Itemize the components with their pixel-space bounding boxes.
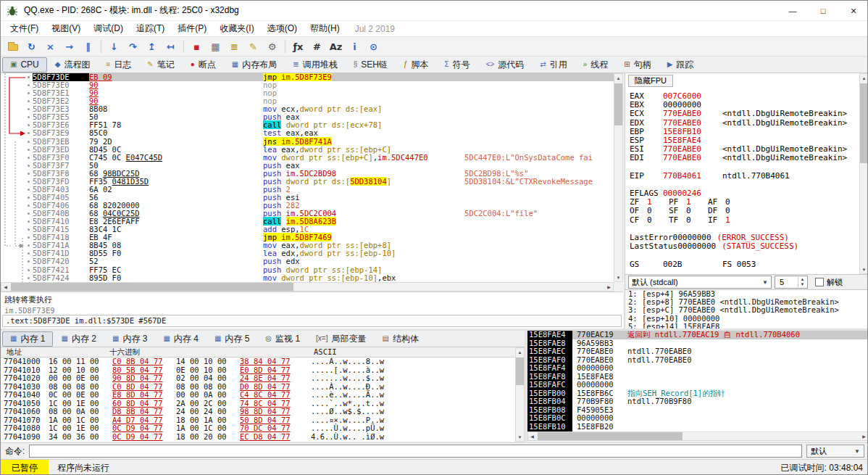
- scroll-up-arrow-icon[interactable]: ▲: [860, 74, 868, 82]
- dump-row[interactable]: 7704106008 00 0A 00D8 8B 04 7724 00 24 0…: [1, 408, 515, 416]
- scrollbar-track[interactable]: [614, 82, 622, 273]
- minimize-button[interactable]: —: [777, 1, 808, 21]
- menu-item-0[interactable]: 文件(F): [4, 21, 45, 36]
- scrollbar-thumb[interactable]: [538, 432, 683, 440]
- close-button[interactable]: ×: [838, 1, 868, 21]
- register-row[interactable]: EFLAGS00000246: [630, 189, 859, 198]
- menu-item-3[interactable]: 追踪(T): [130, 21, 171, 36]
- argument-row[interactable]: 3: [esp+C] 770EABE0 <ntdll.DbgUiRemoteBr…: [625, 306, 868, 314]
- search-button[interactable]: ⊙: [364, 38, 383, 55]
- dump-row[interactable]: 770410400C 00 0E 00E8 8D 04 7700 00 0A 0…: [1, 391, 515, 400]
- dump-row[interactable]: 7704100016 00 11 00C0 8B 04 7714 00 10 0…: [1, 358, 515, 366]
- stack-panel[interactable]: 15E8FAE4770EAC19返回到 ntdll.770EAC19 自 ntd…: [527, 331, 868, 431]
- memory-map-button[interactable]: ▦: [206, 38, 225, 55]
- scrollbar-track[interactable]: [9, 283, 605, 291]
- unlock-checkbox[interactable]: [815, 278, 824, 286]
- bottom-tab-dump-1[interactable]: ▦内存 1: [2, 331, 53, 347]
- scroll-down-arrow-icon[interactable]: ▼: [516, 433, 524, 441]
- register-row[interactable]: CF0TF0IF1: [630, 216, 859, 225]
- tab-breakpoints[interactable]: ●断点: [183, 57, 224, 73]
- tab-references[interactable]: ⇄引用: [532, 57, 575, 73]
- fx-button[interactable]: ƒx: [289, 38, 307, 55]
- scrollbar-thumb[interactable]: [614, 83, 622, 125]
- disassembly-horizontal-scrollbar[interactable]: ◀ ▶: [1, 282, 614, 292]
- register-row[interactable]: GS002BFS 0053: [630, 260, 859, 269]
- stack-row[interactable]: 15E8FAEC770EABE0ntdll.770EABE0: [527, 347, 868, 356]
- registers-panel[interactable]: 隐藏FPU EAX007C6000EBX00000000ECX770EABE0<…: [625, 73, 859, 274]
- pause-button[interactable]: ‖: [79, 38, 97, 55]
- execute-till-return-button[interactable]: ↥: [143, 38, 161, 55]
- maximize-button[interactable]: □: [808, 1, 838, 21]
- bottom-tab-locals[interactable]: [x=]局部变量: [308, 331, 374, 347]
- register-row[interactable]: OF0SF0DF0: [630, 207, 859, 215]
- tab-handles[interactable]: ⊞句柄: [616, 57, 659, 73]
- bottom-tab-dump-4[interactable]: ▦内存 4: [155, 331, 206, 347]
- calling-convention-select[interactable]: 默认 (stdcall) ▼: [628, 276, 772, 289]
- menu-item-6[interactable]: 选项(O): [261, 21, 304, 36]
- menu-item-1[interactable]: 视图(V): [45, 21, 87, 36]
- bottom-tab-dump-3[interactable]: ▦内存 3: [104, 331, 155, 347]
- tab-seh-chain[interactable]: §SEH链: [346, 57, 396, 73]
- breakpoints-button[interactable]: ▪: [188, 38, 206, 55]
- disassembly-vertical-scrollbar[interactable]: ▲ ▼: [614, 73, 623, 282]
- scrollbar-thumb[interactable]: [11, 283, 293, 291]
- stack-row[interactable]: 15E8FAE4770EAC19返回到 ntdll.770EAC19 自 ntd…: [527, 331, 868, 339]
- command-profile-select[interactable]: 默认 ▼: [806, 445, 864, 458]
- dump-vertical-scrollbar[interactable]: ▲ ▼: [515, 347, 525, 442]
- dump-row[interactable]: 7704102000 00 0E 0090 8D 04 7702 00 04 0…: [1, 374, 515, 383]
- command-input[interactable]: [29, 445, 802, 458]
- scroll-up-arrow-icon[interactable]: ▲: [614, 74, 622, 82]
- settings-button[interactable]: ⚙: [263, 38, 281, 55]
- step-out-button[interactable]: ↤: [162, 38, 180, 55]
- step-over-button[interactable]: ↷: [124, 38, 142, 55]
- stack-horizontal-scrollbar[interactable]: ◀ ▶: [527, 431, 868, 441]
- bottom-tab-watch-1[interactable]: ◎监视 1: [257, 331, 308, 347]
- memory-dump-panel[interactable]: 地址 十六进制 ASCII 7704100016 00 11 00C0 8B 0…: [1, 347, 515, 442]
- stack-row[interactable]: 15E8FB1015E8FB20: [527, 423, 868, 431]
- bottom-tab-struct[interactable]: ▤结构体: [375, 331, 427, 347]
- tab-log[interactable]: ≡日志: [99, 57, 140, 73]
- help-button[interactable]: i: [346, 38, 364, 55]
- step-into-button[interactable]: ↓: [105, 38, 123, 55]
- scroll-right-arrow-icon[interactable]: ▶: [605, 283, 613, 291]
- open-file-button[interactable]: [4, 38, 22, 55]
- tab-memory-map[interactable]: ▦内存布局: [224, 57, 285, 73]
- hide-fpu-button[interactable]: 隐藏FPU: [628, 75, 673, 87]
- scrollbar-track[interactable]: [516, 356, 524, 433]
- register-row[interactable]: LastStatus00000000(STATUS_SUCCESS): [630, 242, 859, 251]
- scrollbar-thumb[interactable]: [516, 358, 524, 385]
- register-row[interactable]: ZF1PF1AF0: [630, 198, 859, 207]
- bottom-tab-dump-5[interactable]: ▦内存 5: [206, 331, 257, 347]
- scrollbar-track[interactable]: [536, 432, 860, 440]
- scrollbar-track[interactable]: [860, 82, 868, 265]
- tab-source[interactable]: <>源代码: [478, 57, 533, 73]
- scroll-up-arrow-icon[interactable]: ▲: [516, 348, 524, 356]
- menu-item-2[interactable]: 调试(D): [87, 21, 130, 36]
- font-button[interactable]: Az: [327, 38, 345, 55]
- disassembly-panel[interactable]: 5D8F73DEEB 09jmp im.5D8F73E95D8F73E090no…: [1, 73, 614, 282]
- scrollbar-thumb[interactable]: [860, 83, 868, 163]
- argument-count-stepper[interactable]: 5 ▲▼: [775, 276, 808, 289]
- run-button[interactable]: →: [60, 38, 78, 55]
- scroll-down-arrow-icon[interactable]: ▼: [860, 265, 868, 273]
- tab-trace[interactable]: ▶跟踪: [659, 57, 702, 73]
- close-debuggee-button[interactable]: ×: [41, 38, 59, 55]
- register-row[interactable]: EDI770EABE0<ntdll.DbgUiRemoteBreakin>: [630, 154, 859, 162]
- tab-threads[interactable]: »线程: [575, 57, 617, 73]
- restart-button[interactable]: ↻: [22, 38, 41, 55]
- scroll-right-arrow-icon[interactable]: ▶: [860, 432, 868, 440]
- stepper-arrows-icon[interactable]: ▲▼: [798, 277, 806, 287]
- disasm-row[interactable]: 5D8F7424895D F0mov dword ptr ss:[ebp-10]…: [1, 274, 614, 282]
- log-button[interactable]: ≡: [225, 38, 243, 55]
- tab-call-stack[interactable]: ≣调用堆栈: [285, 57, 345, 73]
- menu-item-4[interactable]: 插件(P): [171, 21, 213, 36]
- dump-row[interactable]: 7704109034 00 36 000C D9 04 7718 00 20 0…: [1, 433, 515, 442]
- stack-row[interactable]: 15E8FAF400000000: [527, 364, 868, 373]
- registers-vertical-scrollbar[interactable]: ▲ ▼: [859, 73, 868, 274]
- tab-symbols[interactable]: Σ符号: [436, 57, 477, 73]
- scroll-down-arrow-icon[interactable]: ▼: [614, 273, 622, 281]
- hash-button[interactable]: #: [308, 38, 326, 55]
- menu-item-7[interactable]: 帮助(H): [304, 21, 346, 36]
- menu-item-5[interactable]: 收藏夹(I): [213, 21, 260, 36]
- bottom-tab-dump-2[interactable]: ▦内存 2: [53, 331, 104, 347]
